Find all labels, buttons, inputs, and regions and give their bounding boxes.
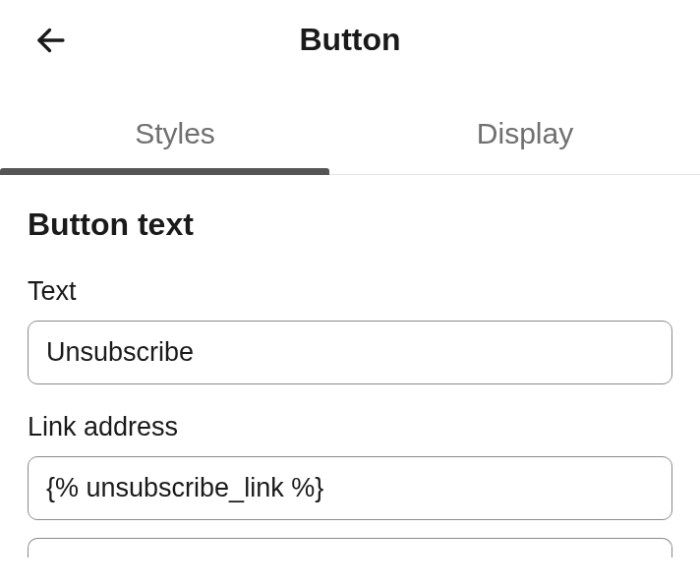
link-address-input[interactable] — [28, 456, 672, 520]
content: Button text Text Link address — [0, 175, 700, 558]
link-field-label: Link address — [28, 412, 672, 442]
back-button[interactable] — [33, 23, 69, 58]
text-field-label: Text — [28, 276, 672, 307]
page-title: Button — [28, 22, 672, 58]
tabs: Styles Display — [0, 99, 700, 175]
tab-styles[interactable]: Styles — [0, 99, 350, 174]
tab-display[interactable]: Display — [350, 99, 700, 174]
text-input[interactable] — [28, 321, 672, 384]
header: Button — [0, 0, 700, 76]
arrow-left-icon — [33, 23, 69, 58]
section-title: Button text — [28, 206, 672, 243]
partial-input[interactable] — [28, 538, 672, 558]
